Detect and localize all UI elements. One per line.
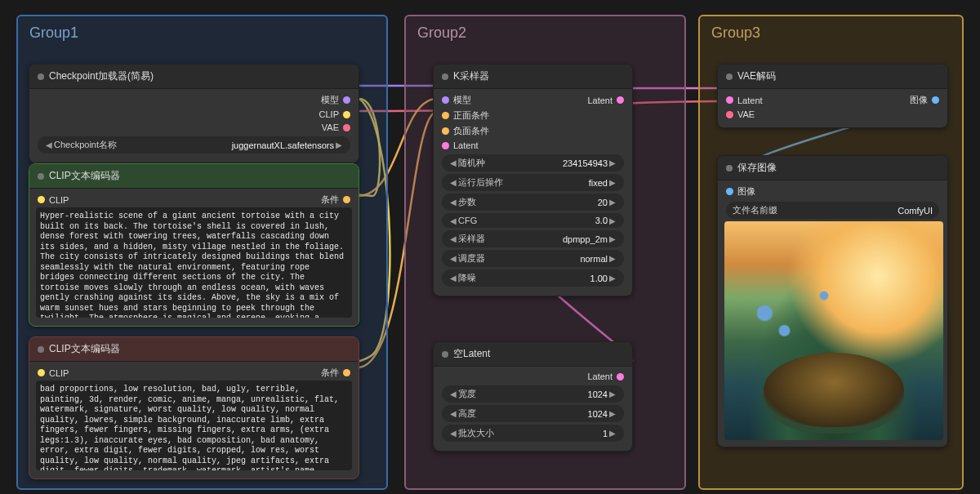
- vae-output-port[interactable]: [343, 124, 350, 131]
- port-label: CLIP: [49, 195, 69, 205]
- conditioning-output-port[interactable]: [343, 196, 350, 203]
- control-widget[interactable]: ◀运行后操作fixed▶: [442, 174, 624, 191]
- latent-output-port[interactable]: [617, 96, 624, 104]
- clip-input-port[interactable]: [38, 196, 45, 203]
- latent-output-port[interactable]: [617, 373, 624, 381]
- model-output-port[interactable]: [343, 96, 350, 104]
- save-image-node[interactable]: 保存图像 图像 文件名前缀ComfyUI: [717, 155, 948, 447]
- port-label: CLIP: [49, 368, 69, 378]
- vae-input-port[interactable]: [726, 111, 733, 118]
- filename-prefix-widget[interactable]: 文件名前缀ComfyUI: [726, 202, 939, 219]
- clip-input-port[interactable]: [38, 369, 45, 376]
- ksampler-node[interactable]: K采样器 模型 Latent 正面条件 负面条件 Latent ◀随机种2341…: [433, 64, 633, 296]
- sampler-widget[interactable]: ◀采样器dpmpp_2m▶: [442, 230, 624, 247]
- chevron-right-icon[interactable]: ▶: [334, 140, 344, 149]
- node-header[interactable]: K采样器: [434, 65, 632, 89]
- port-label: 条件: [321, 367, 339, 379]
- generated-image-preview[interactable]: [724, 221, 943, 440]
- port-label: CLIP: [319, 109, 339, 119]
- image-output-port[interactable]: [932, 96, 939, 104]
- node-header[interactable]: 空Latent: [434, 342, 632, 367]
- collapse-dot-icon[interactable]: [442, 73, 448, 80]
- port-label: VAE: [322, 122, 339, 132]
- node-title: 空Latent: [453, 347, 490, 361]
- cfg-widget[interactable]: ◀CFG3.0▶: [442, 213, 624, 228]
- positive-input-port[interactable]: [442, 112, 449, 119]
- image-input-port[interactable]: [726, 188, 733, 195]
- empty-latent-node[interactable]: 空Latent Latent ◀宽度1024▶ ◀高度1024▶ ◀批次大小1▶: [433, 341, 633, 452]
- conditioning-output-port[interactable]: [343, 369, 350, 376]
- checkpoint-loader-node[interactable]: Checkpoint加载器(简易) 模型 CLIP VAE ◀ Checkpoi…: [29, 64, 359, 163]
- node-title: 保存图像: [737, 161, 777, 175]
- steps-widget[interactable]: ◀步数20▶: [442, 194, 624, 211]
- group1-title: Group1: [23, 21, 381, 45]
- vae-decode-node[interactable]: VAE解码 Latent 图像 VAE: [717, 64, 948, 128]
- node-title: VAE解码: [737, 69, 776, 83]
- denoise-widget[interactable]: ◀降噪1.00▶: [442, 269, 624, 287]
- collapse-dot-icon[interactable]: [38, 73, 44, 80]
- port-label: 模型: [321, 94, 339, 106]
- batch-widget[interactable]: ◀批次大小1▶: [442, 425, 624, 442]
- height-widget[interactable]: ◀高度1024▶: [442, 405, 624, 422]
- node-header[interactable]: CLIP文本编码器: [29, 164, 359, 189]
- checkpoint-name-widget[interactable]: ◀ Checkpoint名称 juggernautXL.safetensors …: [38, 136, 350, 154]
- clip-text-encode-positive-node[interactable]: CLIP文本编码器 CLIP 条件: [29, 163, 359, 327]
- collapse-dot-icon[interactable]: [442, 351, 448, 358]
- width-widget[interactable]: ◀宽度1024▶: [442, 385, 624, 403]
- node-title: Checkpoint加载器(简易): [49, 69, 154, 83]
- node-header[interactable]: 保存图像: [718, 156, 947, 180]
- node-header[interactable]: VAE解码: [718, 65, 947, 89]
- latent-input-port[interactable]: [726, 96, 733, 104]
- seed-widget[interactable]: ◀随机种234154943▶: [442, 154, 624, 171]
- clip-output-port[interactable]: [343, 111, 350, 118]
- group2-title: Group2: [411, 21, 679, 45]
- negative-prompt-input[interactable]: [36, 381, 352, 470]
- scheduler-widget[interactable]: ◀调度器normal▶: [442, 250, 624, 267]
- collapse-dot-icon[interactable]: [38, 346, 44, 353]
- node-header[interactable]: Checkpoint加载器(简易): [29, 65, 359, 89]
- collapse-dot-icon[interactable]: [38, 173, 44, 180]
- node-title: K采样器: [453, 69, 489, 83]
- chevron-left-icon[interactable]: ◀: [44, 140, 54, 149]
- group3-title: Group3: [705, 21, 957, 45]
- negative-input-port[interactable]: [442, 127, 449, 135]
- port-label: 条件: [321, 194, 339, 206]
- collapse-dot-icon[interactable]: [726, 73, 733, 80]
- positive-prompt-input[interactable]: [36, 207, 352, 318]
- clip-text-encode-negative-node[interactable]: CLIP文本编码器 CLIP 条件: [29, 336, 359, 479]
- latent-input-port[interactable]: [442, 142, 449, 149]
- collapse-dot-icon[interactable]: [726, 165, 733, 171]
- node-title: CLIP文本编码器: [49, 169, 120, 183]
- node-title: CLIP文本编码器: [49, 342, 120, 356]
- node-header[interactable]: CLIP文本编码器: [29, 337, 359, 362]
- model-input-port[interactable]: [442, 96, 449, 104]
